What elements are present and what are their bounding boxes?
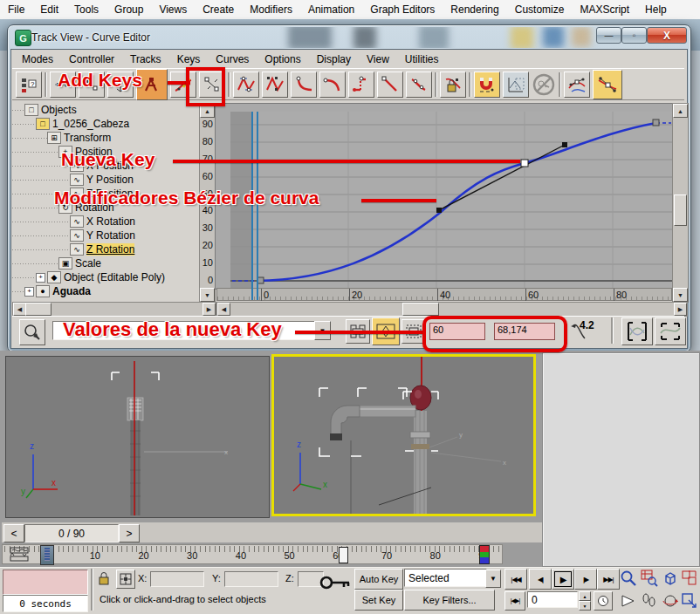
- app-menu-views[interactable]: Views: [151, 3, 195, 16]
- key-frame-0[interactable]: [257, 277, 264, 283]
- x-coord-field[interactable]: [150, 571, 204, 587]
- orbit-icon[interactable]: [662, 592, 679, 610]
- open-minicurve-icon[interactable]: [9, 547, 31, 563]
- tree-item-label[interactable]: Z Rotation: [86, 243, 134, 256]
- param-out-of-range-icon[interactable]: [503, 72, 529, 98]
- tree-row[interactable]: ∿Y Rotation: [12, 229, 199, 242]
- selection-filter-dropdown-icon[interactable]: ▼: [485, 570, 501, 588]
- editor-menu-keys[interactable]: Keys: [169, 53, 209, 65]
- tree-row[interactable]: +◆Object (Editable Poly): [12, 270, 199, 284]
- tree-horizontal-scrollbar[interactable]: ◀ ▶: [12, 302, 216, 317]
- editor-menu-view[interactable]: View: [359, 53, 397, 65]
- maximize-button[interactable]: ▫: [621, 27, 647, 44]
- selection-lock-icon[interactable]: [98, 571, 110, 585]
- close-button[interactable]: X: [647, 27, 687, 44]
- app-menu-animation[interactable]: Animation: [300, 3, 362, 16]
- absolute-offset-mode-icon[interactable]: [116, 570, 135, 589]
- frame-spinner[interactable]: ▲ ▼: [579, 591, 589, 608]
- app-menu-file[interactable]: File: [0, 3, 32, 16]
- selected-key-frame-60[interactable]: [521, 160, 528, 167]
- app-menu-tools[interactable]: Tools: [66, 3, 106, 16]
- app-menu-edit[interactable]: Edit: [32, 3, 66, 16]
- zoom-all-icon[interactable]: [641, 570, 658, 587]
- app-menu-help[interactable]: Help: [637, 3, 675, 16]
- time-slider-display[interactable]: 0 / 90: [24, 524, 119, 542]
- play-animation-icon[interactable]: ▶: [552, 569, 574, 590]
- track-bar[interactable]: 102030405060708090: [2, 544, 503, 564]
- tree-item-label[interactable]: Y Position: [86, 174, 134, 186]
- tree-item-label[interactable]: Aguada: [52, 285, 91, 297]
- zoom-icon[interactable]: [620, 570, 637, 587]
- show-tangents-icon[interactable]: [564, 72, 590, 98]
- go-to-end-icon[interactable]: ▶▶|: [597, 569, 620, 590]
- bezier-in-handle[interactable]: [436, 208, 442, 213]
- tree-row[interactable]: ⊞Transform: [12, 131, 199, 145]
- zoom-extents-icon[interactable]: [662, 570, 679, 587]
- y-coord-field[interactable]: [224, 571, 278, 587]
- tangent-smooth-icon[interactable]: [406, 72, 432, 98]
- editor-menu-options[interactable]: Options: [257, 53, 308, 65]
- show-all-tangents-icon[interactable]: [593, 70, 622, 99]
- tree-item-label[interactable]: Objects: [41, 104, 77, 116]
- tree-row[interactable]: □1_0256_Cabeza: [12, 117, 199, 131]
- tangent-custom-icon[interactable]: [262, 72, 288, 98]
- app-menu-modifiers[interactable]: Modifiers: [242, 3, 300, 16]
- next-frame-icon[interactable]: |▶: [574, 569, 597, 590]
- expand-icon[interactable]: +: [36, 273, 45, 283]
- tree-item-label[interactable]: Y Rotation: [86, 229, 135, 242]
- trackbar-key-90[interactable]: [479, 545, 490, 564]
- tree-item-label[interactable]: Object (Editable Poly): [64, 271, 165, 283]
- filters-icon[interactable]: ?: [16, 72, 42, 98]
- time-slider-thumb[interactable]: [40, 545, 54, 565]
- go-to-start-icon[interactable]: |◀◀: [504, 569, 527, 590]
- graph-horizontal-scrollbar[interactable]: ◀ ▶: [216, 302, 688, 317]
- tangent-linear-icon[interactable]: [377, 72, 403, 98]
- expand-icon[interactable]: +: [24, 287, 34, 297]
- selection-filter-dropdown[interactable]: Selected: [404, 569, 487, 587]
- editor-menu-utilities[interactable]: Utilities: [397, 53, 447, 65]
- tree-item-label[interactable]: X Rotation: [86, 215, 135, 228]
- app-menu-create[interactable]: Create: [195, 3, 242, 16]
- trackbar-key-60[interactable]: [339, 547, 348, 563]
- tree-row[interactable]: ∿X Rotation: [12, 215, 199, 229]
- zoom-extents-all-icon[interactable]: [681, 570, 698, 587]
- freeze-nonselected-curves-icon[interactable]: [621, 317, 653, 345]
- tree-row[interactable]: ∿Y Position: [12, 173, 199, 187]
- editor-menu-curves[interactable]: Curves: [208, 53, 257, 65]
- maximize-viewport-icon[interactable]: [681, 592, 698, 610]
- app-menu-group[interactable]: Group: [106, 3, 151, 16]
- bezier-out-handle[interactable]: [562, 142, 567, 147]
- set-key-button[interactable]: Set Key: [354, 590, 403, 611]
- tangent-auto-icon[interactable]: [233, 72, 259, 98]
- key-filters-button[interactable]: Key Filters...: [404, 590, 495, 611]
- maxscript-mini-listener[interactable]: [3, 570, 88, 595]
- tree-item-label[interactable]: Scale: [75, 257, 101, 269]
- app-menu-customize[interactable]: Customize: [507, 3, 573, 16]
- tangent-step-icon[interactable]: [348, 72, 374, 98]
- tangent-fast-icon[interactable]: [291, 72, 317, 98]
- time-slider-next-icon[interactable]: >: [119, 524, 140, 542]
- editor-menu-modes[interactable]: Modes: [14, 53, 61, 65]
- editor-menu-tracks[interactable]: Tracks: [122, 53, 169, 65]
- snap-frames-icon[interactable]: [474, 72, 500, 98]
- key-frame-90[interactable]: [653, 119, 659, 126]
- app-menu-rendering[interactable]: Rendering: [443, 3, 506, 16]
- tree-row[interactable]: □Objects: [12, 103, 199, 117]
- lock-tangents-icon[interactable]: [440, 72, 466, 98]
- time-slider-prev-icon[interactable]: <: [3, 524, 24, 542]
- tree-row[interactable]: +●Aguada: [12, 284, 199, 298]
- pan-view-nav-icon[interactable]: [620, 592, 637, 610]
- editor-menu-display[interactable]: Display: [309, 53, 359, 65]
- zoom-selected-icon[interactable]: [19, 319, 45, 345]
- previous-frame-icon[interactable]: ◀|: [529, 569, 552, 590]
- tree-item-label[interactable]: Transform: [64, 132, 111, 144]
- key-mode-toggle-icon[interactable]: |◀▶|: [504, 591, 525, 611]
- app-menu-maxscript[interactable]: MAXScript: [572, 3, 637, 16]
- app-menu-graph-editors[interactable]: Graph Editors: [362, 3, 443, 16]
- show-frozen-curves-icon[interactable]: [655, 317, 686, 345]
- time-configuration-icon[interactable]: [594, 591, 613, 611]
- minimize-button[interactable]: —: [596, 27, 621, 44]
- current-frame-field[interactable]: 0: [527, 591, 578, 608]
- tree-row[interactable]: ∿Z Rotation: [12, 242, 199, 256]
- graph-time-ruler[interactable]: 020406080: [216, 288, 672, 301]
